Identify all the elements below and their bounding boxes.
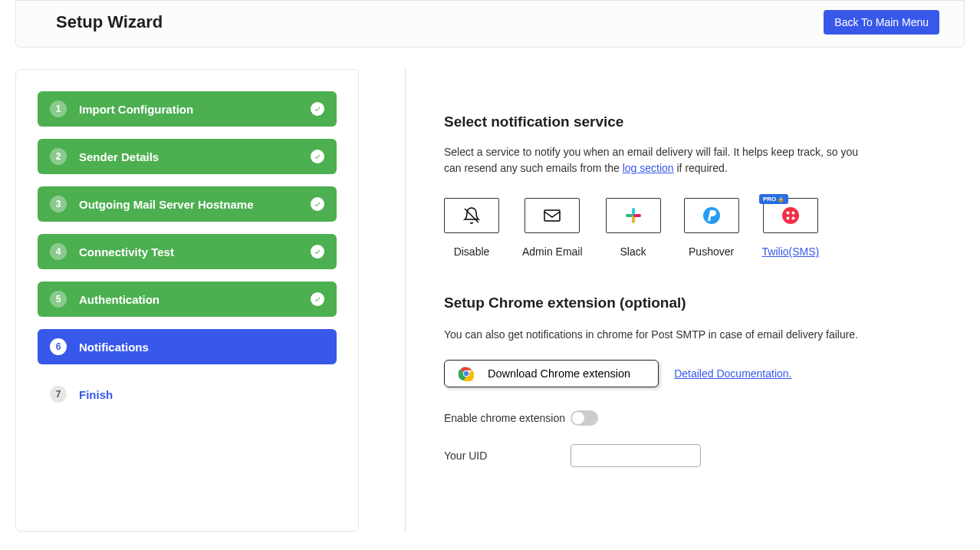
svg-rect-1 (544, 210, 560, 221)
step-label: Sender Details (79, 150, 311, 163)
step-number: 2 (50, 148, 67, 165)
your-uid-input[interactable] (571, 444, 701, 467)
step-label: Authentication (79, 293, 311, 306)
wizard-steps-sidebar: 1Import Configuration2Sender Details3Out… (15, 69, 359, 532)
twilio-icon: PRO (763, 198, 818, 233)
step-label: Notifications (79, 341, 324, 354)
step-number: 5 (50, 291, 67, 308)
wizard-step-outgoing-mail-server-hostname[interactable]: 3Outgoing Mail Server Hostname (38, 186, 337, 222)
back-to-main-menu-button[interactable]: Back To Main Menu (824, 10, 939, 35)
admin-email-icon (525, 198, 580, 233)
chrome-heading: Setup Chrome extension (optional) (444, 295, 957, 311)
step-number: 7 (50, 386, 67, 403)
wizard-step-authentication[interactable]: 5Authentication (38, 282, 337, 317)
svg-point-7 (782, 207, 799, 224)
svg-point-8 (786, 212, 789, 215)
notification-heading: Select notification service (444, 114, 957, 130)
svg-point-14 (464, 371, 469, 376)
check-icon (311, 245, 324, 259)
wizard-step-finish[interactable]: 7Finish (38, 377, 337, 412)
wizard-step-sender-details[interactable]: 2Sender Details (38, 139, 337, 174)
step-number: 3 (50, 196, 67, 212)
check-icon (311, 292, 324, 306)
detailed-documentation-link[interactable]: Detailed Documentation. (674, 367, 791, 380)
step-label: Finish (79, 388, 324, 401)
log-section-link[interactable]: log section (623, 162, 674, 174)
slack-icon (606, 198, 661, 233)
wizard-step-notifications[interactable]: 6Notifications (38, 329, 337, 364)
service-label: Twilio(SMS) (762, 245, 820, 258)
step-label: Connectivity Test (79, 245, 311, 259)
chrome-icon (459, 366, 474, 381)
wizard-content: Select notification service Select a ser… (405, 69, 957, 532)
enable-chrome-extension-toggle[interactable] (571, 410, 598, 426)
wizard-header: Setup Wizard Back To Main Menu (15, 0, 965, 48)
notification-service-twilio[interactable]: PROTwilio(SMS) (762, 198, 820, 258)
disable-icon (444, 198, 499, 233)
page-title: Setup Wizard (56, 12, 163, 32)
step-number: 6 (50, 338, 67, 355)
svg-point-10 (786, 217, 789, 220)
download-chrome-extension-button[interactable]: Download Chrome extension (444, 360, 659, 387)
step-label: Outgoing Mail Server Hostname (79, 198, 311, 211)
chrome-description: You can also get notifications in chrome… (444, 327, 873, 343)
your-uid-label: Your UID (444, 450, 571, 462)
check-icon (311, 102, 324, 116)
service-label: Disable (444, 245, 499, 258)
enable-chrome-extension-label: Enable chrome extension (444, 412, 571, 424)
step-number: 4 (50, 243, 67, 260)
pushover-icon (684, 198, 739, 233)
svg-point-11 (791, 217, 794, 220)
notification-services-row: DisableAdmin EmailSlackPushoverPROTwilio… (444, 198, 957, 258)
service-label: Admin Email (522, 245, 583, 258)
check-icon (311, 197, 324, 211)
svg-rect-5 (633, 214, 641, 217)
wizard-step-import-configuration[interactable]: 1Import Configuration (38, 91, 337, 127)
notification-service-pushover[interactable]: Pushover (684, 198, 739, 258)
service-label: Pushover (684, 245, 739, 258)
notification-service-disable[interactable]: Disable (444, 198, 499, 258)
svg-point-9 (791, 212, 794, 215)
pro-badge: PRO (759, 194, 788, 204)
notification-service-admin-email[interactable]: Admin Email (522, 198, 583, 258)
step-label: Import Configuration (79, 103, 311, 116)
notification-service-slack[interactable]: Slack (606, 198, 661, 258)
step-number: 1 (50, 100, 67, 117)
service-label: Slack (606, 245, 661, 258)
check-icon (311, 150, 324, 163)
notification-description: Select a service to notify you when an e… (444, 144, 873, 176)
wizard-step-connectivity-test[interactable]: 4Connectivity Test (38, 234, 337, 269)
